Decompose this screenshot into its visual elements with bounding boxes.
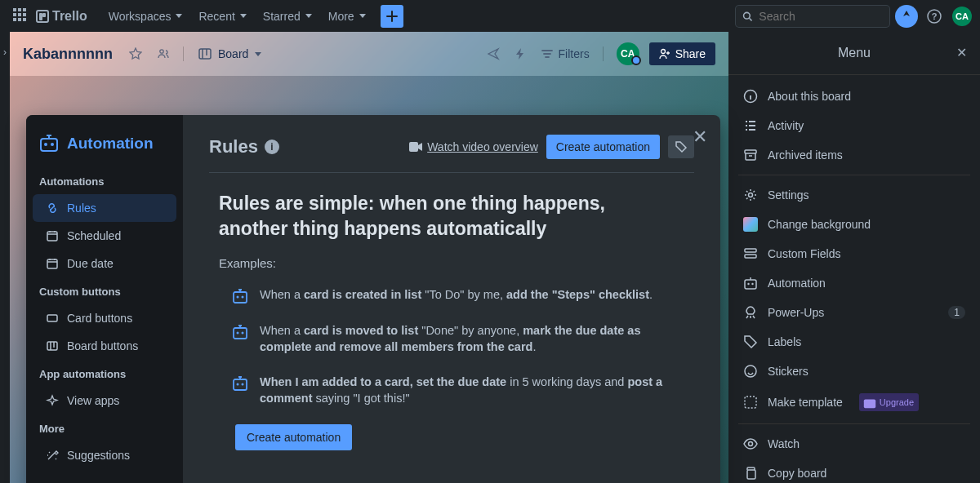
chevron-right-icon: › — [3, 47, 7, 58]
info-icon[interactable]: i — [265, 140, 279, 154]
board-view-switcher[interactable]: Board — [192, 44, 268, 64]
section-more: More — [26, 414, 183, 441]
card-icon — [46, 312, 59, 325]
close-menu-button[interactable]: ✕ — [956, 45, 967, 60]
close-automation-panel[interactable]: ✕ — [693, 126, 707, 148]
sticker-icon — [743, 364, 758, 379]
svg-point-0 — [744, 12, 751, 19]
board-title[interactable]: Kabannnnnn — [23, 46, 113, 63]
eye-icon — [743, 436, 758, 451]
board-icon — [46, 339, 59, 352]
examples-label: Examples: — [219, 256, 694, 270]
trello-logo[interactable]: Trello — [36, 9, 87, 24]
menu-automation[interactable]: Automation — [728, 268, 980, 298]
menu-labels[interactable]: Labels — [728, 327, 980, 357]
sidebar-item-board-buttons[interactable]: Board buttons — [33, 332, 176, 360]
calendar-icon — [46, 229, 59, 242]
section-app-automations: App automations — [26, 360, 183, 387]
share-button[interactable]: Share — [649, 42, 715, 65]
star-board-button[interactable] — [124, 42, 147, 65]
fields-icon — [743, 246, 758, 261]
watch-video-link[interactable]: Watch video overview — [409, 140, 538, 153]
sidebar-item-due-date[interactable]: Due date — [33, 250, 176, 277]
search-input[interactable] — [735, 5, 890, 28]
section-custom-buttons: Custom buttons — [26, 277, 183, 304]
upgrade-badge[interactable]: Upgrade — [859, 393, 919, 411]
robot-icon — [743, 276, 758, 290]
automation-panel-title: Automation — [26, 128, 183, 167]
sidebar-item-scheduled[interactable]: Scheduled — [33, 222, 176, 250]
help-icon: ? — [927, 9, 942, 24]
menu-custom-fields[interactable]: Custom Fields — [728, 239, 980, 268]
create-automation-button[interactable]: Create automation — [546, 135, 660, 159]
svg-rect-33 — [864, 399, 875, 408]
board-member-avatar[interactable]: CA — [617, 42, 639, 65]
help-button[interactable]: ? — [923, 5, 946, 28]
apps-launcher-icon[interactable] — [13, 8, 29, 24]
tags-button[interactable] — [668, 135, 694, 158]
menu-settings[interactable]: Settings — [728, 180, 980, 210]
menu-copy-board[interactable]: Copy board — [728, 459, 980, 483]
menu-make-template[interactable]: Make templateUpgrade — [728, 386, 980, 419]
menu-watch[interactable]: Watch — [728, 429, 980, 459]
filters-button[interactable]: Filters — [536, 42, 595, 65]
svg-rect-28 — [745, 280, 756, 289]
menu-archived[interactable]: Archived items — [728, 140, 980, 170]
menu-activity[interactable]: Activity — [728, 111, 980, 140]
svg-point-15 — [237, 296, 239, 299]
list-icon — [743, 118, 758, 133]
svg-rect-12 — [47, 342, 57, 350]
tag-icon — [675, 140, 688, 153]
svg-rect-10 — [47, 259, 57, 268]
copy-icon — [743, 466, 758, 481]
board-icon — [198, 47, 212, 60]
link-icon — [46, 202, 59, 215]
sidebar-item-suggestions[interactable]: Suggestions — [33, 441, 176, 469]
nav-workspaces[interactable]: Workspaces — [100, 5, 191, 28]
account-avatar[interactable]: CA — [951, 5, 973, 28]
create-automation-button-secondary[interactable]: Create automation — [235, 424, 352, 450]
butler-button[interactable] — [482, 42, 505, 65]
svg-point-8 — [51, 143, 54, 146]
svg-point-3 — [160, 50, 163, 53]
visibility-button[interactable] — [152, 42, 175, 65]
svg-rect-13 — [409, 142, 418, 152]
chevron-down-icon — [359, 14, 366, 18]
svg-rect-26 — [745, 249, 756, 252]
menu-powerups[interactable]: Power-Ups1 — [728, 298, 980, 327]
sidebar-item-card-buttons[interactable]: Card buttons — [33, 304, 176, 332]
plus-icon — [385, 10, 399, 23]
svg-rect-27 — [745, 255, 756, 258]
menu-about-board[interactable]: About this board — [728, 82, 980, 111]
svg-point-25 — [749, 193, 753, 197]
svg-rect-6 — [41, 139, 57, 151]
template-icon — [743, 395, 758, 410]
wand-icon — [46, 449, 59, 462]
rule-example: When I am added to a card, set the due d… — [232, 374, 684, 407]
svg-point-22 — [242, 383, 244, 385]
svg-text:?: ? — [932, 11, 938, 21]
svg-point-16 — [242, 296, 244, 299]
sidebar-collapse-handle[interactable]: › — [0, 32, 10, 483]
svg-rect-32 — [745, 397, 756, 408]
rocket-icon — [743, 305, 758, 320]
chevron-down-icon — [255, 52, 261, 56]
svg-point-34 — [749, 441, 753, 445]
automation-bolt-button[interactable] — [510, 42, 531, 65]
rule-example: When a card is moved to list "Done" by a… — [232, 322, 684, 356]
svg-rect-11 — [47, 315, 57, 321]
sidebar-item-view-apps[interactable]: View apps — [33, 387, 176, 414]
nav-more[interactable]: More — [320, 5, 374, 28]
sidebar-item-rules[interactable]: Rules — [33, 194, 176, 222]
create-button[interactable] — [381, 5, 403, 28]
nav-starred[interactable]: Starred — [255, 5, 320, 28]
section-automations: Automations — [26, 167, 183, 194]
robot-icon — [39, 135, 59, 153]
svg-rect-17 — [234, 328, 247, 339]
menu-stickers[interactable]: Stickers — [728, 357, 980, 386]
rules-intro-heading: Rules are simple: when one thing happens… — [219, 191, 652, 242]
background-thumb-icon — [743, 217, 758, 232]
nav-recent[interactable]: Recent — [190, 5, 254, 28]
menu-change-background[interactable]: Change background — [728, 210, 980, 239]
notifications-button[interactable] — [895, 5, 918, 28]
